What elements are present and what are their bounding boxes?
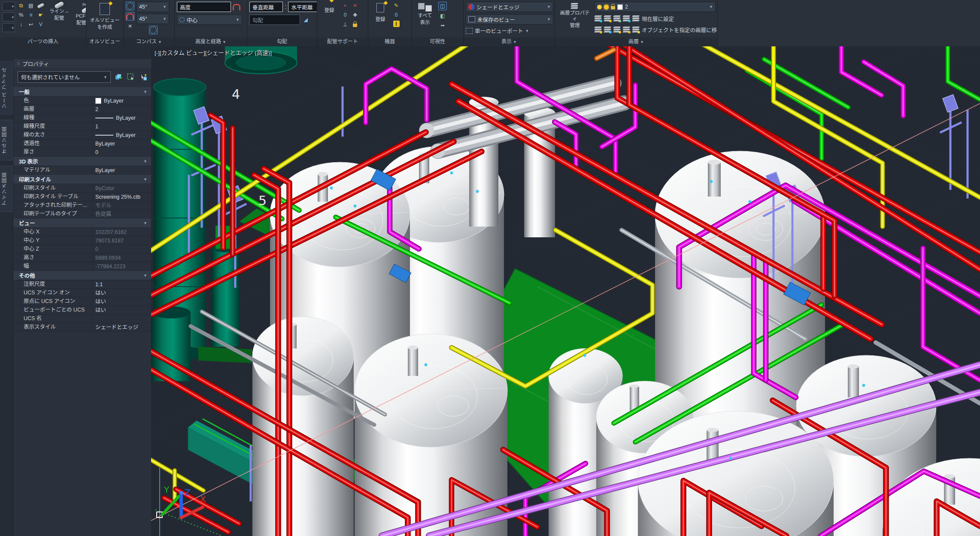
tag-icon[interactable]: ⧉ — [17, 2, 25, 9]
assign-tag-icon[interactable]: ☛ — [37, 11, 45, 19]
layer-prev-icon[interactable] — [613, 27, 621, 33]
property-value[interactable]: ByLayer — [92, 114, 152, 122]
property-value[interactable]: ByLayer — [92, 97, 152, 105]
property-value[interactable]: はい — [92, 306, 152, 314]
section-header[interactable]: 一般▼ — [13, 87, 152, 97]
isolate-object-icon[interactable]: ◧ — [439, 12, 446, 20]
property-value[interactable]: 1 — [92, 122, 152, 130]
pcf-to-pipe-button[interactable]: PCF PCF から 配管作成 — [74, 2, 86, 36]
property-value[interactable]: 2 — [92, 105, 152, 113]
part-class-dropdown[interactable]: ▾ — [2, 23, 15, 32]
viewport-controls-label[interactable]: [-][カスタム ビュー][シェードとエッジ (高速)] — [155, 48, 272, 57]
register-support-button[interactable]: ◆ 登録 — [319, 2, 339, 36]
property-value[interactable]: 0 — [92, 245, 152, 253]
modify-equipment-icon[interactable]: ✎ — [392, 2, 400, 9]
horizontal-distance-input[interactable]: 水平距離 — [288, 2, 317, 12]
property-value[interactable]: 5689.0934 — [92, 254, 152, 262]
vertical-distance-input[interactable]: 垂直距離 — [249, 2, 283, 12]
section-header[interactable]: その他▼ — [13, 271, 152, 280]
palette-grip[interactable]: ⠿ — [17, 61, 19, 66]
section-header[interactable]: 3D 表示▼ — [13, 157, 152, 166]
tracking-off-icon[interactable]: ✕ — [126, 22, 134, 30]
compass-toggle-icon[interactable] — [126, 2, 134, 10]
pipe-stub-icon[interactable] — [37, 2, 45, 9]
hide-object-icon[interactable]: ◫ — [438, 2, 447, 10]
attach-support-icon[interactable]: ⌖ — [341, 2, 349, 9]
layer-match-icon[interactable] — [604, 27, 611, 33]
property-value[interactable]: シェードとエッジ — [92, 323, 152, 331]
slope-pick-icon[interactable]: ◢ — [302, 16, 309, 24]
drawing-viewport[interactable]: [-][カスタム ビュー][シェードとエッジ (高速)] — [151, 46, 980, 536]
compass-snap-toggle-icon[interactable] — [126, 12, 134, 21]
layer-isolate-icon[interactable] — [604, 15, 611, 22]
part-size-dropdown[interactable]: ▾ — [2, 2, 15, 11]
property-value[interactable]: 1:1 — [92, 280, 152, 288]
substitute-part-icon[interactable]: % — [17, 11, 25, 19]
quick-select-icon[interactable] — [139, 73, 148, 82]
equipment-number-icon[interactable]: 0 — [392, 11, 400, 19]
viewport-config-dropdown[interactable]: 単一のビューポート▼ — [466, 27, 529, 35]
equipment-info-icon[interactable]: I — [393, 21, 400, 27]
insert-down-icon[interactable]: ↓ — [17, 21, 25, 28]
register-equipment-button[interactable]: ◆ 登録 — [370, 2, 390, 36]
property-value[interactable]: ByColor — [92, 184, 152, 192]
layer-move-icon[interactable] — [632, 27, 640, 33]
property-value[interactable]: Screening 25%.ctb — [92, 193, 152, 201]
property-value[interactable]: ByLayer — [92, 166, 152, 174]
toggle-pickadd-icon[interactable] — [114, 73, 123, 82]
support-anchor-icon[interactable]: ⊥ — [341, 21, 349, 28]
layer-lock-icon[interactable] — [623, 15, 630, 22]
selection-dropdown[interactable]: 何も選択されていません▼ — [18, 71, 111, 83]
layer-freeze-icon[interactable] — [613, 15, 621, 22]
elevation-input[interactable]: 高度 — [177, 2, 231, 12]
layer-set-current-icon[interactable] — [632, 15, 640, 22]
spec-viewer-icon[interactable]: ▤ — [27, 2, 35, 9]
set-current-layer-button[interactable]: 現在層に設定 — [642, 15, 674, 23]
property-value[interactable]: はい — [92, 289, 152, 297]
create-ortho-view-button[interactable]: ◆ オルソビュー を作成 — [89, 2, 121, 36]
edit-list-icon[interactable]: ≡ — [27, 11, 35, 19]
property-value[interactable]: モデル — [92, 201, 152, 209]
visual-style-dropdown[interactable]: シェードとエッジ▼ — [466, 2, 553, 12]
property-value[interactable] — [92, 315, 152, 323]
layer-unlock2-icon[interactable] — [623, 27, 630, 33]
support-number-icon[interactable]: 0 — [341, 11, 349, 19]
compass-angle-b-dropdown[interactable]: 45°▼ — [137, 14, 169, 24]
section-header[interactable]: 印刷スタイル▼ — [13, 175, 152, 184]
support-edit-icon[interactable]: ✚ — [351, 11, 359, 19]
elevation-magnet-icon[interactable] — [233, 3, 240, 11]
3d-model-canvas[interactable]: 4 5 Y Z X — [151, 46, 980, 536]
property-value[interactable]: 79073.8187 — [92, 236, 152, 245]
property-value[interactable]: 102207.6162 — [92, 228, 152, 236]
show-all-button[interactable]: すべて 表示 — [414, 2, 436, 36]
side-tab-1[interactable]: オルソ図面 — [0, 120, 13, 160]
property-value[interactable]: 色従属 — [92, 210, 152, 218]
compass-display-toggle-icon[interactable] — [149, 26, 158, 34]
property-value[interactable]: ByLayer — [92, 139, 152, 148]
elbow-icon[interactable]: ↩ — [27, 21, 35, 28]
properties-title-bar[interactable]: ⠿ プロパティ — [13, 59, 152, 68]
property-value[interactable]: 0 — [92, 148, 152, 156]
detach-support-icon[interactable]: ✕ — [351, 2, 359, 9]
named-view-dropdown[interactable]: 未保存のビュー▼ — [466, 14, 553, 24]
lock-support-icon[interactable] — [351, 21, 359, 28]
part-spec-dropdown[interactable]: ▾ — [2, 12, 15, 21]
routing-center-dropdown[interactable]: 中心▼ — [177, 15, 242, 25]
layer-properties-manager-button[interactable]: 画層プロパティ 管理 — [557, 2, 592, 36]
property-value[interactable]: はい — [92, 297, 152, 306]
layer-dropdown[interactable]: 2▼ — [595, 2, 716, 12]
property-value[interactable]: -77984.2223 — [92, 262, 152, 270]
select-objects-icon[interactable] — [126, 73, 136, 82]
layer-walk-icon[interactable] — [595, 27, 602, 33]
move-to-layer-button[interactable]: オブジェクトを指定の画層に移動 — [642, 26, 717, 34]
side-tab-0[interactable]: ソース ファイル — [0, 61, 13, 115]
section-header[interactable]: ビュー▼ — [13, 218, 152, 228]
line-to-pipe-button[interactable]: ライン→ 配管 — [47, 2, 72, 36]
end-isolate-icon[interactable]: ▪▪ — [439, 21, 446, 29]
slope-input[interactable]: 勾配 — [249, 15, 300, 25]
weld-icon[interactable]: V — [37, 21, 45, 28]
property-value[interactable]: ByLayer — [92, 131, 152, 139]
layer-off-icon[interactable] — [595, 15, 602, 22]
side-tab-2[interactable]: アイソメ図面 — [0, 166, 13, 212]
compass-angle-a-dropdown[interactable]: 45°▼ — [137, 2, 169, 12]
